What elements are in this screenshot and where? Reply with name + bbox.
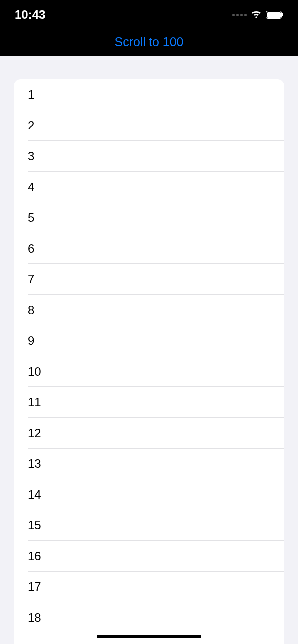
list-item[interactable]: 16 (14, 541, 284, 572)
list-item-label: 4 (28, 180, 34, 194)
status-indicators (232, 10, 283, 20)
list-item-label: 9 (28, 334, 34, 348)
list-item[interactable]: 7 (14, 264, 284, 295)
list-item[interactable]: 6 (14, 233, 284, 264)
list-item[interactable]: 18 (14, 602, 284, 633)
list-item-label: 1 (28, 88, 34, 102)
list-item-label: 6 (28, 242, 34, 256)
list-item[interactable]: 12 (14, 418, 284, 449)
list-item-label: 18 (28, 611, 41, 625)
status-time: 10:43 (15, 8, 45, 22)
list-item-label: 7 (28, 272, 34, 286)
list-item-label: 14 (28, 488, 41, 502)
list-item[interactable]: 2 (14, 110, 284, 141)
list-item-label: 2 (28, 119, 34, 132)
list-item[interactable]: 17 (14, 572, 284, 602)
battery-icon (266, 11, 283, 19)
list-item-label: 10 (28, 365, 41, 379)
scroll-to-100-button[interactable]: Scroll to 100 (115, 35, 184, 49)
list-item-label: 3 (28, 149, 34, 163)
list-item[interactable]: 14 (14, 479, 284, 510)
list-item-label: 19 (28, 642, 41, 644)
list-item[interactable]: 3 (14, 141, 284, 172)
wifi-icon (251, 10, 262, 20)
list-item[interactable]: 8 (14, 295, 284, 325)
list-item[interactable]: 11 (14, 387, 284, 418)
list-item[interactable]: 13 (14, 449, 284, 479)
list-item-label: 17 (28, 580, 41, 594)
nav-bar: Scroll to 100 (0, 30, 298, 56)
content-area[interactable]: 1 2 3 4 5 6 7 8 9 10 11 12 13 14 15 16 1… (0, 56, 298, 644)
list-item[interactable]: 9 (14, 325, 284, 356)
status-bar: 10:43 (0, 0, 298, 30)
list-item[interactable]: 4 (14, 172, 284, 202)
list-item[interactable]: 10 (14, 356, 284, 387)
list-item[interactable]: 15 (14, 510, 284, 541)
list-container: 1 2 3 4 5 6 7 8 9 10 11 12 13 14 15 16 1… (14, 79, 284, 644)
list-item-label: 8 (28, 303, 34, 317)
list-item-label: 5 (28, 211, 34, 225)
list-item[interactable]: 5 (14, 202, 284, 233)
list-item[interactable]: 1 (14, 79, 284, 110)
list-item-label: 12 (28, 426, 41, 440)
list-item-label: 13 (28, 457, 41, 471)
cellular-dots-icon (232, 14, 247, 16)
list-item-label: 16 (28, 549, 41, 563)
home-indicator[interactable] (97, 635, 201, 638)
list-item-label: 15 (28, 518, 41, 532)
list-item-label: 11 (28, 395, 41, 409)
